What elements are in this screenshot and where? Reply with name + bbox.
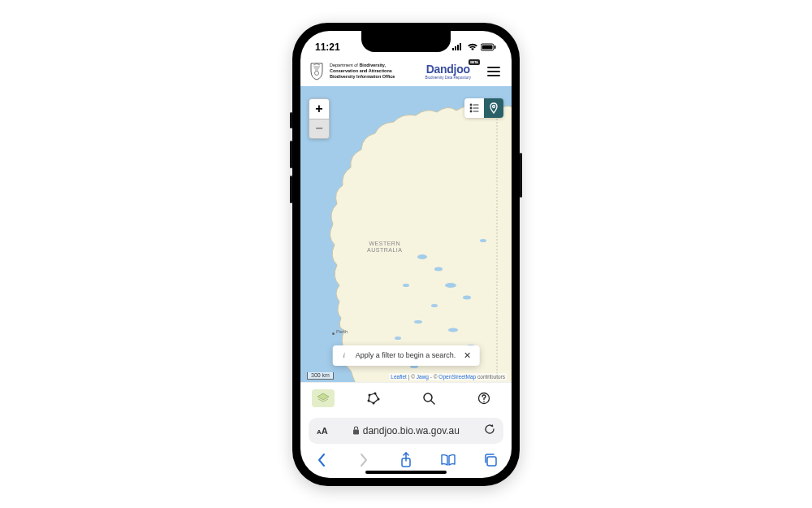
menu-button[interactable] xyxy=(484,63,503,80)
url-bar[interactable]: AA dandjoo.bio.wa.gov.au xyxy=(309,418,503,444)
brand-logo: DandjooBETA Biodiversity Data Repository xyxy=(425,63,471,80)
svg-point-16 xyxy=(395,336,401,340)
svg-point-32 xyxy=(373,402,375,405)
svg-point-22 xyxy=(470,104,472,106)
svg-point-15 xyxy=(448,328,458,332)
svg-point-10 xyxy=(445,283,456,288)
refresh-icon xyxy=(484,423,495,435)
svg-rect-6 xyxy=(495,46,496,49)
svg-point-12 xyxy=(463,295,471,299)
filter-toast: i Apply a filter to begin a search. ✕ xyxy=(333,345,480,366)
svg-point-7 xyxy=(315,71,319,75)
wifi-icon xyxy=(467,43,478,51)
svg-rect-5 xyxy=(482,46,493,50)
svg-rect-3 xyxy=(460,43,461,50)
dept-prefix: Department of xyxy=(330,63,359,67)
department-text: Department of Biodiversity, Conservation… xyxy=(330,63,395,80)
zoom-out-button[interactable]: − xyxy=(309,119,329,138)
forward-button[interactable] xyxy=(352,450,376,470)
svg-point-8 xyxy=(417,254,427,259)
region-label: WESTERN AUSTRALIA xyxy=(367,241,402,254)
screen: 11:21 Department of Biodiversity, Conser… xyxy=(300,31,512,478)
polygon-button[interactable] xyxy=(357,386,390,410)
status-time: 11:21 xyxy=(315,41,340,53)
jawg-link[interactable]: Jawg xyxy=(417,374,429,380)
battery-icon xyxy=(481,43,497,51)
zoom-control: + − xyxy=(309,98,330,139)
svg-point-31 xyxy=(378,398,380,401)
city-label: Perth xyxy=(336,329,348,335)
app-toolbar xyxy=(300,382,512,415)
svg-line-35 xyxy=(431,401,434,404)
layers-button[interactable] xyxy=(312,389,335,407)
svg-point-21 xyxy=(480,239,486,242)
volume-down-button xyxy=(290,176,292,203)
svg-point-13 xyxy=(431,304,438,307)
svg-point-26 xyxy=(470,111,472,112)
city-marker xyxy=(332,332,335,335)
svg-point-24 xyxy=(470,107,472,109)
toast-message: Apply a filter to begin a search. xyxy=(356,351,456,359)
beta-badge: BETA xyxy=(469,59,479,65)
dept-line2: Conservation and Attractions xyxy=(330,68,392,73)
home-indicator[interactable] xyxy=(365,471,447,474)
map[interactable]: WESTERN AUSTRALIA Perth + − i Apply a fi… xyxy=(300,86,512,382)
svg-rect-38 xyxy=(353,430,359,435)
chevron-right-icon xyxy=(359,453,369,467)
osm-link[interactable]: OpenStreetMap xyxy=(438,374,476,380)
svg-point-37 xyxy=(483,401,485,402)
list-view-button[interactable] xyxy=(464,98,484,118)
back-button[interactable] xyxy=(309,450,334,470)
volume-up-button xyxy=(290,141,292,168)
svg-point-14 xyxy=(414,320,422,323)
phone-frame: 11:21 Department of Biodiversity, Conser… xyxy=(292,23,520,486)
wa-crest-icon xyxy=(309,62,325,81)
svg-rect-2 xyxy=(457,45,459,50)
brand-subtitle: Biodiversity Data Repository xyxy=(425,76,471,80)
svg-point-28 xyxy=(493,105,495,107)
status-indicators xyxy=(452,41,497,53)
info-icon: i xyxy=(339,351,349,359)
search-icon xyxy=(422,392,435,405)
map-land xyxy=(309,86,512,382)
svg-rect-0 xyxy=(452,48,454,50)
dept-bold: Biodiversity, xyxy=(359,63,386,67)
pin-icon xyxy=(489,102,499,114)
notch xyxy=(361,31,451,52)
help-icon xyxy=(477,392,490,405)
url-display[interactable]: dandjoo.bio.wa.gov.au xyxy=(335,425,477,436)
refresh-button[interactable] xyxy=(484,423,495,437)
tabs-icon xyxy=(483,453,498,467)
map-attribution: Leaflet | © Jawg - © OpenStreetMap contr… xyxy=(389,373,507,380)
book-icon xyxy=(440,454,456,467)
leaflet-link[interactable]: Leaflet xyxy=(391,374,407,380)
svg-point-9 xyxy=(434,267,443,271)
list-icon xyxy=(469,103,479,113)
dept-line3: Biodiversity Information Office xyxy=(330,74,395,79)
toast-close-button[interactable]: ✕ xyxy=(462,350,473,361)
svg-rect-41 xyxy=(487,457,496,466)
mute-switch xyxy=(290,112,292,128)
url-text: dandjoo.bio.wa.gov.au xyxy=(363,425,460,436)
help-button[interactable] xyxy=(468,386,500,410)
svg-point-11 xyxy=(403,284,409,287)
chevron-left-icon xyxy=(317,453,326,467)
polygon-icon xyxy=(367,392,380,405)
text-size-button[interactable]: AA xyxy=(317,426,328,436)
tabs-button[interactable] xyxy=(478,450,503,470)
share-icon xyxy=(400,452,412,468)
signal-icon xyxy=(452,43,464,51)
share-button[interactable] xyxy=(394,450,418,470)
bookmarks-button[interactable] xyxy=(436,450,460,470)
view-toggle xyxy=(464,98,503,118)
layers-icon xyxy=(317,393,330,404)
svg-point-29 xyxy=(369,394,371,397)
power-button xyxy=(520,153,522,198)
brand-name: Dandjoo xyxy=(426,63,470,76)
zoom-in-button[interactable]: + xyxy=(309,99,329,119)
app-header: Department of Biodiversity, Conservation… xyxy=(300,59,512,86)
svg-point-30 xyxy=(374,393,377,395)
search-button[interactable] xyxy=(412,386,445,410)
map-view-button[interactable] xyxy=(484,98,503,118)
svg-rect-1 xyxy=(455,46,456,50)
